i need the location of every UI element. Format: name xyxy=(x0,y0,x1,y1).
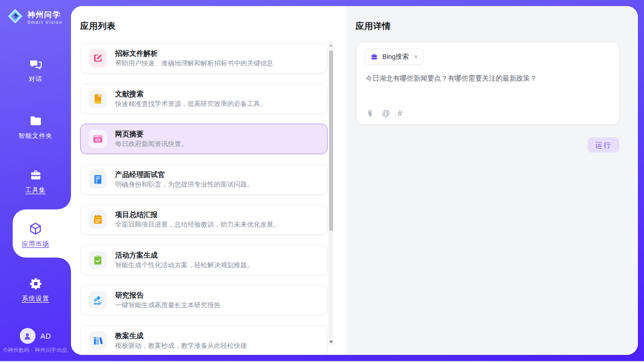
tool-tag-label: Bing搜索 xyxy=(382,52,409,61)
app-card-description: 全面回顾项目进展，总结经验教训，助力未来优化发展。 xyxy=(115,221,280,228)
app-card-literature-search[interactable]: 文献搜索 快速精准查找学术资源，提高研究效率的必备工具。 xyxy=(80,84,328,114)
app-title: 神州问学 xyxy=(27,10,63,19)
person-icon xyxy=(23,332,32,341)
app-card-description: 模板驱动，教案秒成，教学准备从此轻松快捷 xyxy=(115,342,247,349)
prompt-editor[interactable]: Bing搜索 × 今日湖北有哪些新闻要点？有哪些需要关注的最新政策？ @ # xyxy=(356,42,620,125)
app-detail-title: 应用详情 xyxy=(355,20,391,32)
prompt-text[interactable]: 今日湖北有哪些新闻要点？有哪些需要关注的最新政策？ xyxy=(366,74,608,84)
app-card-title: 产品经理面试官 xyxy=(115,171,254,178)
app-card-description: 快速精准查找学术资源，提高研究效率的必备工具。 xyxy=(115,100,267,107)
sidebar-item-chat[interactable]: 对话 xyxy=(0,57,71,84)
chat-icon xyxy=(29,57,43,71)
app-card-bid-document-analysis[interactable]: 招标文件解析 帮助用户快速、准确地理解和解析招标书中的关键信息 xyxy=(80,43,328,74)
app-logo: 神州问学 Smart Vision xyxy=(7,8,63,27)
app-card-title: 活动方案生成 xyxy=(115,251,254,259)
sidebar-item-smart-folder[interactable]: 智能文件夹 xyxy=(0,114,71,140)
sidebar-item-settings[interactable]: 系统设置 xyxy=(0,276,71,303)
sidebar: 神州问学 Smart Vision 对话 智能文件夹 工具集 应用市场 xyxy=(0,0,71,362)
folder-icon xyxy=(29,114,43,128)
cube-icon xyxy=(28,222,43,236)
app-card-event-plan[interactable]: 活动方案生成 智能生成个性化活动方案，轻松解决规划难题。 xyxy=(80,245,328,275)
toolbox-icon xyxy=(29,168,43,182)
note-icon xyxy=(92,214,103,225)
app-detail-panel: 应用详情 Bing搜索 × 今日湖北有哪些新闻要点？有哪些需要关注的最新政策？ … xyxy=(346,6,638,355)
briefcase-icon xyxy=(370,53,378,61)
app-subtitle: Smart Vision xyxy=(27,20,63,25)
main-container: 应用列表 招标文件解析 帮助用户快速、准确地理解和解析招标书中的关键信息 xyxy=(71,6,638,355)
sidebar-item-toolset[interactable]: 工具集 xyxy=(0,168,71,195)
gem-logo-icon xyxy=(7,8,24,27)
sidebar-item-app-market[interactable]: 应用市场 xyxy=(0,222,71,248)
clipboard-check-icon xyxy=(92,255,103,266)
attachment-toolbar: @ # xyxy=(366,109,402,118)
app-card-title: 文献搜索 xyxy=(115,90,267,97)
run-button[interactable]: 运行 xyxy=(588,137,619,153)
app-card-description: 帮助用户快速、准确地理解和解析招标书中的关键信息 xyxy=(115,60,273,67)
sidebar-footer-credit: ©神州数码 · 神州问学出品 xyxy=(0,347,71,354)
microscope-icon xyxy=(92,295,103,306)
app-card-description: 一键智能生成高质量长文本研究报告 xyxy=(115,302,221,309)
app-card-title: 招标文件解析 xyxy=(115,50,273,57)
user-name: AD xyxy=(41,332,51,340)
avatar xyxy=(20,328,35,344)
scrollbar-up-arrow-icon[interactable] xyxy=(329,44,333,47)
browser-code-icon xyxy=(92,133,103,144)
app-list-scrollbar[interactable] xyxy=(329,42,333,346)
scrollbar-thumb[interactable] xyxy=(329,51,333,231)
book-icon xyxy=(92,93,103,104)
at-mention-icon[interactable]: @ xyxy=(382,109,390,118)
pen-square-icon xyxy=(92,53,103,64)
gear-icon xyxy=(29,276,43,291)
scrollbar-down-arrow-icon[interactable] xyxy=(329,341,333,343)
app-card-lesson-plan[interactable]: 教案生成 模板驱动，教案秒成，教学准备从此轻松快捷 xyxy=(80,325,328,355)
app-list-panel: 应用列表 招标文件解析 帮助用户快速、准确地理解和解析招标书中的关键信息 xyxy=(71,6,346,355)
app-list: 招标文件解析 帮助用户快速、准确地理解和解析招标书中的关键信息 文献搜索 快速精… xyxy=(80,43,328,355)
app-card-title: 教案生成 xyxy=(115,332,247,339)
app-card-title: 项目总结汇报 xyxy=(115,211,280,218)
app-card-title: 网页摘要 xyxy=(115,130,188,137)
app-list-title: 应用列表 xyxy=(80,20,116,32)
app-card-description: 明确身份和职责，为您提供专业性的面试问题。 xyxy=(115,181,254,188)
app-card-research-report[interactable]: 研究报告 一键智能生成高质量长文本研究报告 xyxy=(80,285,328,315)
books-icon xyxy=(92,335,103,346)
app-card-title: 研究报告 xyxy=(115,292,221,299)
doc-person-icon xyxy=(92,174,103,185)
hash-topic-icon[interactable]: # xyxy=(398,109,402,118)
paperclip-icon[interactable] xyxy=(366,110,374,118)
app-card-project-summary[interactable]: 项目总结汇报 全面回顾项目进展，总结经验教训，助力未来优化发展。 xyxy=(80,204,328,235)
app-card-pm-interviewer[interactable]: 产品经理面试官 明确身份和职责，为您提供专业性的面试问题。 xyxy=(80,164,328,195)
app-card-web-summary[interactable]: 网页摘要 每日政府新闻资讯快查。 xyxy=(80,124,328,154)
user-account[interactable]: AD xyxy=(0,328,71,344)
close-icon[interactable]: × xyxy=(414,53,418,60)
app-card-description: 每日政府新闻资讯快查。 xyxy=(115,140,188,148)
app-card-description: 智能生成个性化活动方案，轻松解决规划难题。 xyxy=(115,262,254,269)
tool-tag-bing-search[interactable]: Bing搜索 × xyxy=(365,49,423,65)
